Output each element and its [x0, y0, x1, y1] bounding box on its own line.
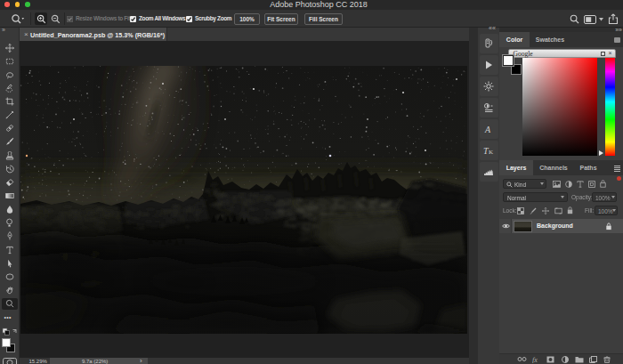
svg-text:K: K	[489, 149, 493, 156]
svg-text:A: A	[484, 125, 491, 134]
svg-text:fx: fx	[532, 356, 538, 363]
